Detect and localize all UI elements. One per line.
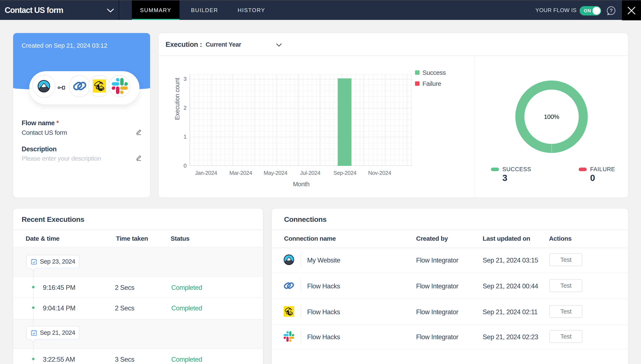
svg-text:?: ? <box>610 8 612 13</box>
